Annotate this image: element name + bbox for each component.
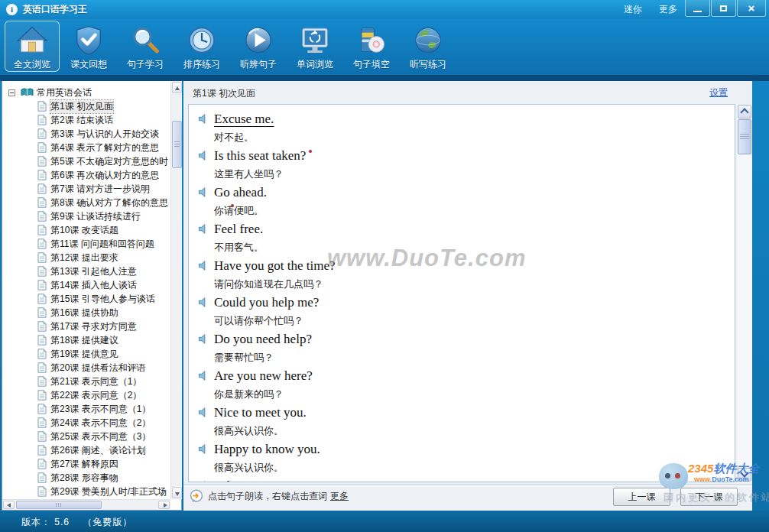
scroll-up-button[interactable] [172,82,182,93]
arrow-down-icon [175,492,180,496]
maximize-button[interactable] [711,0,736,17]
arrow-right-icon [164,503,167,508]
sentence-item[interactable]: Take care. [198,476,735,482]
document-icon [37,362,47,373]
sentence-item[interactable]: Excuse me. 对不起。 [198,109,735,146]
sidebar-item-lesson[interactable]: 第5课 不太确定对方意思的时 [2,154,170,168]
lesson-label: 第5课 不太确定对方意思的时 [50,155,168,168]
sidebar-item-lesson[interactable]: 第28课 形容事物 [2,471,170,485]
document-icon [37,417,47,428]
sentence-item[interactable]: Do you need help? 需要帮忙吗？ [198,329,735,366]
lesson-label: 第14课 插入他人谈话 [50,279,137,292]
hint-more-link[interactable]: 更多 [330,490,349,503]
lesson-label: 第21课 表示同意（1） [50,375,141,388]
sidebar-item-lesson[interactable]: 第29课 赞美别人时/非正式场 [2,485,170,498]
sentence-item[interactable]: Could you help me? 可以请你帮个忙吗？ [198,293,735,329]
toolbar-item[interactable]: 全文浏览 [5,21,60,72]
toolbar-item[interactable]: 单词浏览 [287,21,342,72]
scroll-right-button[interactable] [158,501,170,509]
scroll-up-button[interactable] [738,105,751,118]
document-icon [37,431,47,442]
scroll-left-button[interactable] [3,501,15,509]
scroll-down-button[interactable] [172,487,182,498]
chevron-up-icon [740,108,748,116]
toolbar-item-icon [298,24,332,57]
sentence-item[interactable]: Nice to meet you. 很高兴认识你。 [198,403,735,440]
hint-text: 点击句子朗读，右键点击查词 [208,490,327,503]
toolbar-item[interactable]: 句子填空 [344,21,399,72]
previous-lesson-button[interactable]: 上一课 [613,488,670,506]
sidebar-item-lesson[interactable]: 第23课 表示不同意（1） [2,402,170,416]
scroll-thumb[interactable] [738,119,751,154]
collapse-icon[interactable] [8,89,15,96]
sidebar-item-lesson[interactable]: 第24课 表示不同意（2） [2,416,170,430]
tree-vertical-scrollbar[interactable] [170,81,182,499]
sidebar-item-lesson[interactable]: 第13课 引起他人注意 [2,264,170,278]
sidebar-item-lesson[interactable]: 第9课 让谈话持续进行 [2,209,170,223]
settings-link[interactable]: 设置 [709,86,728,99]
toolbar-item-label: 句子填空 [353,58,390,71]
toolbar-item[interactable]: 排序练习 [174,21,229,72]
lesson-label: 第9课 让谈话持续进行 [50,210,141,223]
sidebar-item-lesson[interactable]: 第3课 与认识的人开始交谈 [2,127,170,141]
toolbar-item[interactable]: 句子学习 [118,21,173,72]
sidebar-item-lesson[interactable]: 第17课 寻求对方同意 [2,320,170,333]
sidebar-item-lesson[interactable]: 第19课 提供意见 [2,347,170,361]
minimize-button[interactable] [685,0,710,17]
sidebar-item-lesson[interactable]: 第15课 引导他人参与谈话 [2,292,170,306]
sentence-item[interactable]: Feel free. 不用客气。 [198,219,735,256]
sentence-english: Go ahead. [214,185,267,200]
sidebar-item-lesson[interactable]: 第2课 结束谈话 [2,113,170,127]
sidebar-item-lesson[interactable]: 第18课 提供建议 [2,333,170,347]
sidebar-item-lesson[interactable]: 第7课 请对方进一步说明 [2,182,170,196]
sentence-item[interactable]: Are you new here? 你是新来的吗？ [198,366,735,403]
document-icon [37,472,47,483]
content-scrollbar[interactable] [737,104,752,482]
lesson-label: 第11课 问问题和回答问题 [50,238,154,251]
more-link[interactable]: 更多 [659,3,677,16]
sidebar-item-lesson[interactable]: 第14课 插入他人谈话 [2,278,170,292]
toolbar-item[interactable]: 听写练习 [401,21,456,72]
toolbar-item[interactable]: 听辨句子 [231,21,286,72]
sentence-chinese: 请问你知道现在几点吗？ [214,275,735,293]
sidebar-item-lesson[interactable]: 第4课 表示了解对方的意思 [2,141,170,154]
document-icon [37,349,47,359]
sentence-english: Happy to know you. [214,442,320,457]
toolbar-item[interactable]: 课文回想 [61,21,116,72]
sidebar-item-lesson[interactable]: 第27课 解释原因 [2,457,170,471]
document-icon [37,335,47,345]
sentence-chinese: 你是新来的吗？ [214,385,735,403]
sidebar-item-lesson[interactable]: 第21课 表示同意（1） [2,375,170,388]
scroll-thumb[interactable] [16,501,102,509]
sidebar-item-lesson[interactable]: 第11课 问问题和回答问题 [2,237,170,251]
mini-link[interactable]: 迷你 [624,3,642,16]
lesson-label: 第19课 提供意见 [50,348,118,361]
sentence-item[interactable]: Have you got the time? 请问你知道现在几点吗？ [198,256,735,293]
sidebar-item-lesson[interactable]: 第1课 初次见面 [2,99,170,113]
lesson-label: 第13课 引起他人注意 [50,265,137,278]
scroll-down-button[interactable] [738,468,751,482]
content-header: 第1课 初次见面 设置 [183,81,752,104]
sentence-english: Feel free. [214,222,263,237]
sidebar-item-lesson[interactable]: 第20课 提供看法和评语 [2,361,170,375]
tree-root[interactable]: 常用英语会话 [2,86,170,99]
sidebar-item-lesson[interactable]: 第16课 提供协助 [2,306,170,320]
close-button[interactable]: × [737,0,766,17]
sidebar-item-lesson[interactable]: 第6课 再次确认对方的意思 [2,168,170,182]
sidebar-item-lesson[interactable]: 第12课 提出要求 [2,251,170,264]
next-lesson-button[interactable]: 下一课 [680,488,738,506]
scroll-thumb[interactable] [172,121,182,168]
sidebar-item-lesson[interactable]: 第22课 表示同意（2） [2,388,170,402]
sidebar-item-lesson[interactable]: 第25课 表示不同意（3） [2,430,170,443]
sentence-item[interactable]: Go ahead. 你请便吧。 [198,183,735,219]
sentence-english: Are you new here? [214,368,313,384]
sentence-item[interactable]: Is this seat taken? 这里有人坐吗？ [198,146,735,183]
sentence-english: Nice to meet you. [214,405,307,420]
sidebar-item-lesson[interactable]: 第10课 改变话题 [2,223,170,237]
sidebar-item-lesson[interactable]: 第8课 确认对方了解你的意思 [2,196,170,209]
sentence-chinese: 这里有人坐吗？ [214,165,735,183]
sidebar-item-lesson[interactable]: 第26课 阐述、谈论计划 [2,443,170,457]
tree-horizontal-scrollbar[interactable] [2,499,170,510]
sentence-item[interactable]: Happy to know you. 很高兴认识你。 [198,440,735,476]
app-window: i 英语口语学习王 迷你 更多 × 全文浏览 课文回想 句子 [0,0,769,532]
